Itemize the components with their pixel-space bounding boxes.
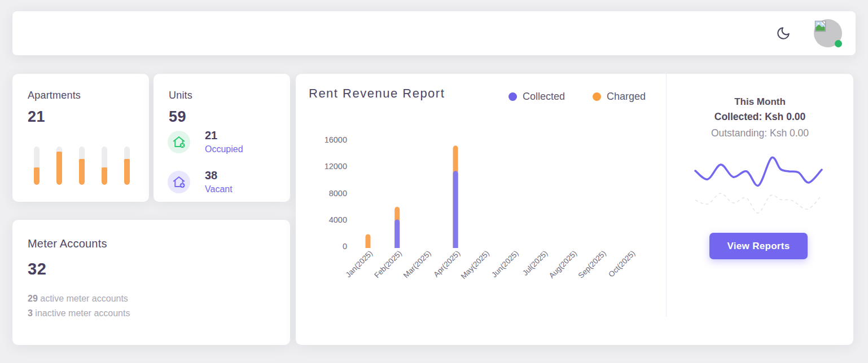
month-summary-panel: This Month Collected: Ksh 0.00 Outstandi… xyxy=(667,74,853,139)
user-avatar[interactable] xyxy=(814,19,842,47)
view-reports-button[interactable]: View Reports xyxy=(709,233,808,259)
meter-value: 32 xyxy=(28,260,275,278)
active-meter-count: 29 xyxy=(28,294,38,303)
month-sparkline-chart xyxy=(693,152,826,220)
x-axis-label: Oct(2025) xyxy=(607,249,637,279)
mini-bar xyxy=(124,147,130,185)
vacant-value: 38 xyxy=(205,170,233,181)
meter-accounts-card: Meter Accounts 32 29 active meter accoun… xyxy=(12,220,290,345)
y-axis-label: 4000 xyxy=(329,215,347,224)
units-title: Units xyxy=(169,90,275,101)
summary-collected: Collected: Ksh 0.00 xyxy=(667,111,853,123)
x-axis-label: Apr(2025) xyxy=(432,249,462,279)
occupied-badge xyxy=(168,131,190,153)
x-axis-label: Jan(2025) xyxy=(344,249,375,280)
mini-bar xyxy=(79,147,85,185)
broken-image-icon xyxy=(814,20,826,32)
occupied-label: Occupied xyxy=(205,145,243,154)
active-meter-text: active meter accounts xyxy=(38,294,128,303)
x-axis-label: Jul(2025) xyxy=(521,249,549,277)
chart-bar xyxy=(366,234,371,248)
rent-revenue-bar-chart: 0400080001200016000Jan(2025)Feb(2025)Mar… xyxy=(296,74,666,322)
mini-bar xyxy=(56,147,62,185)
vacant-badge xyxy=(168,171,190,193)
sparkline-wrap xyxy=(693,152,826,222)
rent-revenue-card: Rent Revenue Report Collected Charged 04… xyxy=(296,74,853,345)
inactive-meter-text: inactive meter accounts xyxy=(33,308,130,318)
online-status-dot xyxy=(835,40,842,47)
summary-title: This Month xyxy=(667,96,853,108)
dark-mode-toggle[interactable] xyxy=(775,25,791,41)
y-axis-label: 0 xyxy=(343,242,347,251)
x-axis-label: May(2025) xyxy=(459,249,491,281)
mini-bar xyxy=(34,147,40,185)
meter-title: Meter Accounts xyxy=(28,237,275,250)
apartments-title: Apartments xyxy=(28,90,134,101)
vacant-label: Vacant xyxy=(205,185,233,194)
x-axis-label: Aug(2025) xyxy=(547,249,578,280)
units-value: 59 xyxy=(169,108,275,126)
house-add-icon xyxy=(172,175,186,189)
units-card: Units 59 21 Occupied xyxy=(154,74,290,202)
meter-lines: 29 active meter accounts 3 inactive mete… xyxy=(28,291,275,321)
occupied-row: 21 Occupied xyxy=(168,130,243,154)
y-axis-label: 12000 xyxy=(325,162,347,171)
summary-outstanding: Outstanding: Ksh 0.00 xyxy=(667,127,853,139)
sparkline-dashed-series xyxy=(695,193,822,213)
house-remove-icon xyxy=(172,135,186,149)
x-axis-label: Feb(2025) xyxy=(372,249,404,280)
apartments-card: Apartments 21 xyxy=(12,74,149,202)
topbar xyxy=(12,11,856,55)
sparkline-main-series xyxy=(695,157,822,185)
mini-bar xyxy=(102,147,107,185)
vacant-row: 38 Vacant xyxy=(168,170,233,194)
occupied-value: 21 xyxy=(205,130,243,141)
y-axis-label: 8000 xyxy=(329,189,347,198)
moon-icon xyxy=(776,26,791,41)
x-axis-label: Mar(2025) xyxy=(402,249,433,280)
occupied-text: 21 Occupied xyxy=(205,130,243,154)
inactive-meter-line: 3 inactive meter accounts xyxy=(28,306,275,321)
x-axis-label: Jun(2025) xyxy=(490,249,520,280)
vacant-text: 38 Vacant xyxy=(205,170,233,194)
x-axis-label: Sep(2025) xyxy=(577,249,608,280)
y-axis-label: 16000 xyxy=(325,135,347,144)
chart-bar xyxy=(453,171,458,248)
active-meter-line: 29 active meter accounts xyxy=(28,291,275,306)
apartments-value: 21 xyxy=(28,108,134,126)
apartments-mini-bar-chart xyxy=(34,147,130,185)
chart-bar xyxy=(394,219,400,248)
inactive-meter-count: 3 xyxy=(28,308,33,318)
